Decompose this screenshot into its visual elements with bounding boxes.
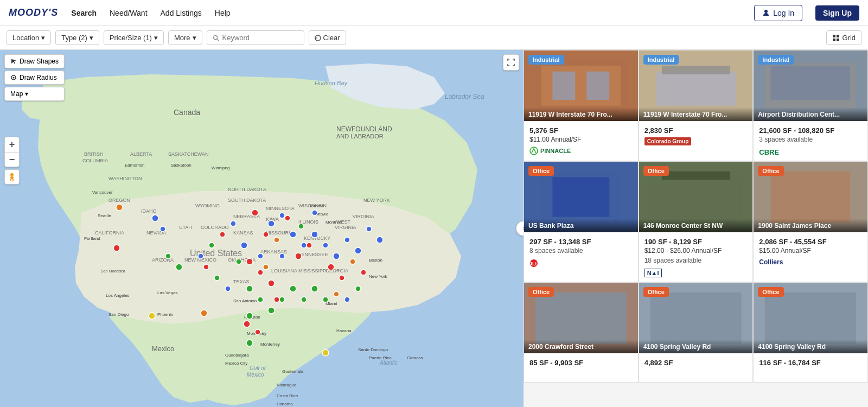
listing-spaces: 18 spaces available	[644, 257, 748, 264]
listing-card[interactable]: Office 1900 Saint James Place 2,086 SF -…	[753, 161, 868, 282]
svg-point-107	[268, 280, 275, 287]
fullscreen-button[interactable]	[503, 54, 519, 71]
listing-body: 21,600 SF - 108,820 SF 3 spaces availabl…	[754, 121, 867, 161]
svg-point-100	[263, 232, 269, 237]
listing-spaces: 8 spaces available	[529, 247, 633, 255]
svg-point-141	[334, 291, 339, 297]
listing-size: 2,086 SF - 45,554 SF	[759, 238, 862, 246]
draw-radius-button[interactable]: Draw Radius	[4, 71, 65, 85]
zoom-out-button[interactable]: −	[4, 152, 20, 167]
listing-card[interactable]: Industrial 11919 W Interstate 70 Fro... …	[524, 50, 639, 161]
svg-point-112	[246, 285, 253, 292]
svg-text:Seattle: Seattle	[98, 213, 111, 218]
svg-text:Atlantic: Atlantic	[379, 360, 398, 366]
keyword-input-wrapper[interactable]	[207, 30, 304, 45]
zoom-in-button[interactable]: +	[4, 137, 20, 152]
zoom-out-icon: −	[9, 154, 15, 166]
nav-add-listings[interactable]: Add Listings	[161, 7, 202, 20]
nav-need-want[interactable]: Need/Want	[110, 7, 148, 20]
grid-label: Grid	[842, 34, 856, 42]
broker-logo: CBRE	[759, 147, 862, 157]
svg-point-88	[301, 243, 307, 248]
street-view-button[interactable]	[4, 169, 20, 185]
signup-label: Sign Up	[823, 9, 852, 17]
draw-shapes-button[interactable]: Draw Shapes	[4, 54, 65, 68]
svg-point-135	[203, 264, 209, 270]
svg-point-89	[311, 231, 318, 238]
listing-card[interactable]: Office 146 Monroe Center St NW 190 SF - …	[639, 161, 754, 282]
svg-text:NORTH DAKOTA: NORTH DAKOTA	[228, 187, 266, 192]
svg-text:Canada: Canada	[174, 108, 200, 117]
svg-point-85	[268, 220, 275, 227]
type-badge: Office	[528, 166, 554, 176]
listing-body: 5,376 SF $11.00 Annual/SF PINNACLE	[524, 121, 638, 160]
location-filter[interactable]: Location ▾	[7, 30, 51, 45]
svg-text:Nicaragua: Nicaragua	[277, 383, 297, 387]
svg-point-83	[152, 215, 158, 221]
svg-point-115	[279, 297, 285, 302]
price-filter[interactable]: Price/Size (1) ▾	[104, 30, 164, 45]
listing-body: 4,892 SF	[639, 353, 753, 382]
listing-card[interactable]: Office 2000 Crawford Street 85 SF - 9,90…	[524, 282, 639, 383]
type-filter[interactable]: Type (2) ▾	[55, 30, 99, 45]
svg-text:Panama: Panama	[277, 402, 293, 406]
svg-text:MISSISSIPPI: MISSISSIPPI	[298, 268, 328, 274]
svg-rect-161	[656, 72, 736, 106]
map-type-button[interactable]: Map ▾	[4, 87, 65, 101]
svg-text:MINNESOTA: MINNESOTA	[266, 206, 295, 211]
grid-toggle[interactable]: Grid	[826, 30, 861, 45]
svg-point-90	[323, 243, 328, 248]
listing-size: 2,830 SF	[644, 126, 748, 135]
login-button[interactable]: Log In	[754, 5, 802, 21]
listing-card[interactable]: Industrial 11919 W Interstate 70 Fro... …	[639, 50, 754, 161]
svg-text:Saskatoon: Saskatoon	[171, 163, 192, 168]
svg-rect-182	[535, 292, 627, 344]
svg-point-87	[290, 231, 296, 238]
nav-search[interactable]: Search	[71, 7, 97, 20]
login-icon	[762, 9, 770, 17]
svg-point-129	[149, 313, 155, 319]
listing-size: 297 SF - 13,348 SF	[529, 238, 633, 246]
broker-logo: PINNACLE	[529, 145, 633, 156]
draw-radius-label: Draw Radius	[20, 74, 57, 81]
listing-image: Office 1900 Saint James Place	[754, 162, 867, 232]
svg-text:New York: New York	[369, 274, 388, 279]
map-type-chevron-icon: ▾	[25, 90, 28, 98]
more-filter[interactable]: More ▾	[168, 30, 202, 45]
svg-point-145	[312, 210, 317, 215]
signup-button[interactable]: Sign Up	[815, 5, 859, 21]
listing-title: 146 Monroe Center St NW	[639, 219, 753, 232]
svg-text:SASKATCHEWAN: SASKATCHEWAN	[168, 151, 209, 157]
listing-image: Office 146 Monroe Center St NW	[639, 162, 753, 232]
svg-text:JLL: JLL	[529, 261, 538, 266]
type-badge: Office	[758, 166, 783, 176]
listing-card[interactable]: Industrial Airport Distribution Cent... …	[753, 50, 868, 161]
svg-text:OREGON: OREGON	[108, 198, 130, 203]
price-label: Price/Size (1)	[110, 34, 152, 42]
svg-point-93	[355, 247, 361, 254]
listing-price: $12.00 - $26.00 Annual/SF	[644, 247, 748, 255]
type-badge: Office	[643, 166, 669, 176]
map-container[interactable]: Labrador Sea Hudson Bay Gulf of Mexico A…	[0, 50, 524, 407]
listing-image: Office 2000 Crawford Street	[524, 283, 638, 353]
svg-point-106	[258, 270, 263, 275]
listing-card[interactable]: Office 4100 Spring Valley Rd 4,892 SF	[639, 282, 754, 383]
svg-point-148	[13, 77, 15, 79]
svg-point-131	[231, 221, 236, 226]
main-content: Labrador Sea Hudson Bay Gulf of Mexico A…	[0, 50, 868, 407]
nav-help[interactable]: Help	[215, 7, 231, 20]
svg-point-132	[220, 232, 225, 237]
radius-icon	[10, 74, 17, 81]
keyword-input[interactable]	[222, 34, 298, 42]
zoom-in-icon: +	[9, 139, 15, 150]
listing-card[interactable]: Office US Bank Plaza 297 SF - 13,348 SF …	[524, 161, 639, 282]
listing-title: 1900 Saint James Place	[754, 219, 867, 232]
svg-point-128	[350, 259, 355, 264]
clear-button[interactable]: Clear	[309, 30, 346, 45]
svg-text:San Diego: San Diego	[108, 312, 129, 317]
svg-text:Los Angeles: Los Angeles	[106, 293, 130, 298]
svg-rect-5	[837, 39, 839, 41]
listing-card[interactable]: Office 4100 Spring Valley Rd 116 SF - 16…	[753, 282, 868, 383]
svg-point-116	[290, 285, 296, 292]
svg-rect-162	[662, 66, 730, 74]
